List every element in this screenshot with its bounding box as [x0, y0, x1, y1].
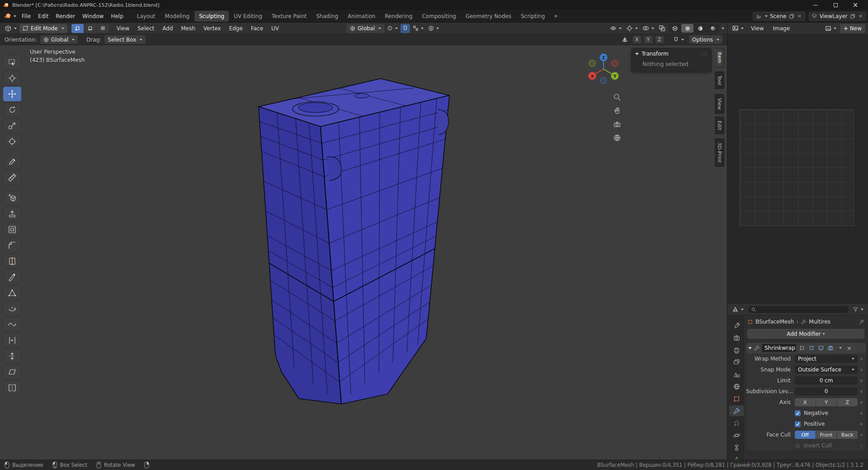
tool-annotate[interactable] [3, 155, 21, 169]
add-workspace-button[interactable]: + [550, 11, 561, 21]
close-button[interactable]: × [845, 0, 865, 10]
tool-rip-region[interactable] [3, 381, 21, 395]
image-editor-menu-view[interactable]: View [747, 24, 767, 33]
tab-scene[interactable] [729, 369, 744, 380]
tool-move[interactable] [3, 87, 21, 101]
modifier-close-icon[interactable]: × [845, 344, 853, 352]
menu-select[interactable]: Select [134, 24, 158, 33]
workspace-tab-uv-editing[interactable]: UV Editing [229, 11, 267, 22]
subdivision-levels-field[interactable]: 0 [795, 387, 858, 395]
tab-constraints[interactable] [729, 442, 744, 453]
tool-spin[interactable] [3, 301, 21, 316]
menu-view[interactable]: View [113, 24, 133, 33]
modifier-editmode-toggle[interactable] [807, 344, 815, 352]
workspace-tab-scripting[interactable]: Scripting [516, 11, 549, 22]
tool-rotate[interactable] [3, 103, 21, 117]
viewlayer-selector[interactable]: ViewLayer × [809, 12, 866, 21]
workspace-tab-geometry-nodes[interactable]: Geometry Nodes [461, 11, 516, 22]
tab-modifiers[interactable] [729, 405, 744, 416]
overlays-button[interactable] [641, 24, 656, 33]
workspace-tab-compositing[interactable]: Compositing [417, 11, 460, 22]
image-editor-menu-image[interactable]: Image [769, 24, 793, 33]
workspace-tab-sculpting[interactable]: Sculpting [194, 11, 229, 22]
snap-mode-dropdown[interactable]: Outside Surface [795, 366, 858, 374]
menu-add[interactable]: Add [159, 24, 176, 33]
tool-smooth[interactable] [3, 317, 21, 332]
drag-dropdown[interactable]: Select Box [104, 35, 146, 44]
tab-render[interactable] [729, 332, 744, 343]
proportional-editing-button[interactable] [426, 24, 441, 33]
mode-dropdown[interactable]: Edit Mode [19, 24, 67, 33]
tool-scale[interactable] [3, 118, 21, 133]
menu-file[interactable]: File [18, 11, 34, 21]
maximize-button[interactable] [826, 0, 845, 10]
modifier-on-cage-toggle[interactable] [798, 344, 806, 352]
face-cull-off-button[interactable]: Off [795, 431, 816, 439]
new-scene-icon[interactable] [789, 14, 794, 19]
remove-viewlayer-icon[interactable]: × [858, 13, 863, 19]
axis-z-button[interactable]: Z [837, 398, 858, 406]
face-cull-front-button[interactable]: Front [816, 431, 837, 439]
modifier-realtime-toggle[interactable] [817, 344, 825, 352]
perspective-toggle-button[interactable] [611, 132, 623, 144]
modifier-extras-button[interactable] [836, 344, 844, 352]
tool-inset-faces[interactable] [3, 222, 21, 237]
properties-editor-type-button[interactable] [730, 305, 745, 314]
decorator-dot[interactable] [858, 390, 865, 393]
tab-tool[interactable] [729, 320, 744, 331]
tool-add-cube[interactable] [3, 191, 21, 205]
decorator-dot[interactable] [858, 358, 865, 360]
tool-shear[interactable] [3, 365, 21, 379]
transform-panel-header[interactable]: Transform :::: [632, 48, 711, 59]
workspace-tab-texture-paint[interactable]: Texture Paint [267, 11, 311, 22]
workspace-tab-modeling[interactable]: Modeling [160, 11, 194, 22]
rendered-shading-button[interactable] [707, 24, 719, 33]
mirror-button[interactable] [620, 35, 630, 44]
limit-value-field[interactable]: 0 cm [795, 376, 858, 385]
add-modifier-button[interactable]: Add Modifier [747, 329, 864, 338]
gizmo-neg-z-axis[interactable] [600, 77, 607, 84]
solid-shading-button[interactable] [681, 24, 693, 33]
tab-world[interactable] [729, 381, 744, 392]
material-shading-button[interactable] [694, 24, 706, 33]
face-select-button[interactable] [97, 24, 109, 33]
menu-face[interactable]: Face [247, 24, 267, 33]
menu-help[interactable]: Help [107, 11, 127, 21]
menu-render[interactable]: Render [52, 11, 79, 21]
snap-settings-button[interactable] [411, 24, 425, 33]
tool-poly-build[interactable] [3, 286, 21, 300]
sidebar-tab-item[interactable]: Item [715, 48, 724, 67]
positive-checkbox[interactable] [795, 421, 801, 427]
panel-drag-handle-icon[interactable]: :::: [700, 52, 708, 56]
tool-cursor[interactable] [3, 71, 21, 85]
collapse-icon[interactable] [748, 347, 752, 349]
image-editor-canvas[interactable] [727, 34, 868, 304]
decorator-dot[interactable] [858, 434, 865, 436]
zoom-view-button[interactable] [611, 91, 623, 103]
new-viewlayer-icon[interactable] [850, 14, 855, 19]
axis-y-button[interactable]: Y [816, 398, 837, 406]
tool-transform[interactable] [3, 134, 21, 149]
menu-edge[interactable]: Edge [226, 24, 246, 33]
vertex-select-button[interactable] [71, 24, 84, 33]
tool-select-box[interactable] [3, 55, 21, 70]
pivot-point-button[interactable] [385, 24, 400, 33]
tab-physics[interactable] [729, 430, 744, 441]
mirror-z-button[interactable]: Z [656, 36, 664, 43]
camera-view-button[interactable] [611, 118, 623, 130]
properties-search-input[interactable] [747, 306, 849, 314]
decorator-dot[interactable] [858, 423, 865, 425]
scene-selector[interactable]: Scene × [753, 12, 805, 21]
modifier-name-field[interactable]: Shrinkwrap [762, 344, 796, 352]
edge-select-button[interactable] [84, 24, 96, 33]
breadcrumb-object[interactable]: BSurfaceMesh [755, 319, 794, 325]
invert-cull-checkbox[interactable] [795, 443, 801, 449]
transform-orientation-dropdown[interactable]: Global [347, 24, 384, 33]
tool-edge-slide[interactable] [3, 333, 21, 348]
viewport-canvas[interactable]: User Perspective (423) BSurfaceMesh Z X … [0, 45, 727, 460]
shading-options-chevron-icon[interactable] [722, 28, 724, 29]
image-editor-type-button[interactable] [730, 24, 745, 33]
menu-uv[interactable]: UV [268, 24, 283, 33]
properties-filter-button[interactable] [851, 305, 865, 314]
workspace-tab-animation[interactable]: Animation [343, 11, 380, 22]
